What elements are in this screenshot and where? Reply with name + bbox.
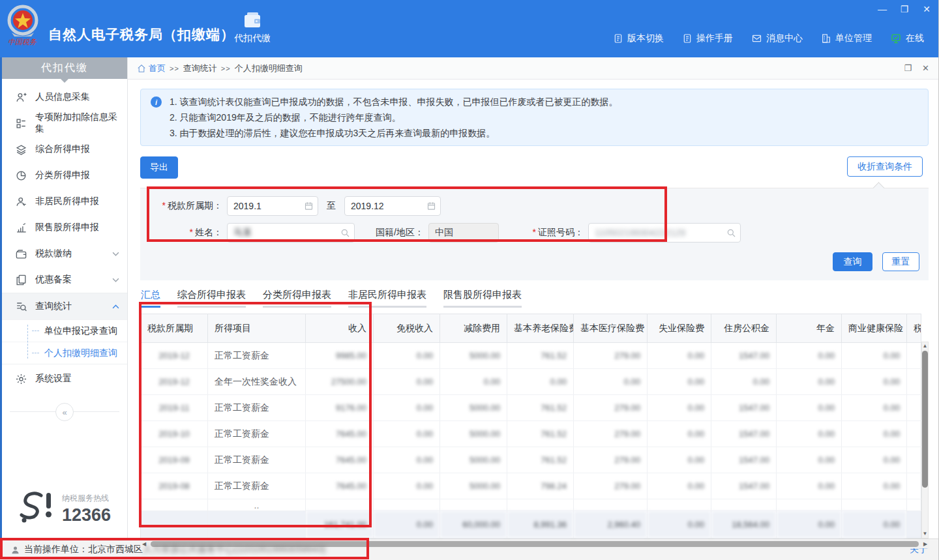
sidebar-item-restricted-shares[interactable]: 限售股所得申报 (2, 214, 127, 241)
column-header[interactable]: 基本养老保险费 (507, 314, 574, 343)
menu-online-status[interactable]: 在线 (890, 33, 924, 44)
panel-close-icon[interactable]: ✕ (922, 63, 929, 73)
sidebar-item-preferential-filing[interactable]: 优惠备案 (2, 267, 127, 293)
table-cell: 761.52 (507, 447, 574, 473)
chevron-down-icon (112, 278, 119, 282)
table-cell: 7645.00 (306, 447, 374, 473)
restore-icon[interactable]: ❐ (899, 4, 910, 14)
column-header[interactable]: 收入 (306, 314, 374, 343)
cert-number-input[interactable]: 110502199304222129 (588, 223, 741, 243)
breadcrumb-bar: 首页 >> 查询统计 >> 个人扣缴明细查询 ❐ ✕ (128, 57, 938, 80)
table-row[interactable]: 2019-09正常工资薪金7645.000.005000.00761.52279… (141, 447, 921, 473)
table-cell: 5000.00 (440, 421, 507, 447)
sidebar-collapse-button[interactable]: « (55, 403, 74, 421)
table-cell (777, 499, 842, 511)
panel-maximize-icon[interactable]: ❐ (904, 63, 912, 73)
calendar-icon[interactable] (304, 201, 314, 211)
panel-notch (872, 182, 884, 194)
result-table-zone: 税款所属期所得项目收入免税收入减除费用基本养老保险费基本医疗保险费失业保险费住房… (140, 314, 929, 538)
tab-withholding[interactable]: 代扣代缴 (230, 10, 275, 44)
sidebar-item-query-statistics[interactable]: 查询统计 (2, 293, 127, 319)
period-to-input[interactable]: 2019.12 (344, 196, 441, 216)
table-cell: 0.00 (842, 343, 907, 369)
table-cell: 7645.00 (306, 473, 374, 499)
column-header[interactable]: 税 (907, 314, 921, 343)
tab-restricted-shares-return[interactable]: 限售股所得申报表 (443, 289, 522, 308)
notice-line: 2. 只能查询2019年及之后的数据，不能进行跨年度查询。 (170, 110, 917, 125)
table-cell: 0.00 (842, 421, 907, 447)
column-header[interactable]: 基本医疗保险费 (574, 314, 648, 343)
reset-button[interactable]: 重置 (882, 252, 919, 271)
table-row[interactable]: 2019-12全年一次性奖金收入27500.000.000.000.000.00… (141, 369, 921, 395)
breadcrumb-separator: >> (221, 65, 231, 72)
cert-number-value: 110502199304222129 (595, 228, 685, 238)
notice-line: 3. 由于数据处理的滞后性，建议您在申报成功3天之后再来查询最新的申报数据。 (170, 125, 917, 141)
column-header[interactable]: 年金 (777, 314, 842, 343)
sidebar-item-nonresident-income[interactable]: 非居民所得申报 (2, 188, 127, 214)
breadcrumb-home[interactable]: 首页 (137, 63, 166, 74)
menu-unit-management[interactable]: 单位管理 (821, 33, 872, 44)
query-conditions-panel: *税款所属期： 2019.1 至 2019.12 *姓名： (140, 188, 929, 280)
column-header[interactable]: 税款所属期 (141, 314, 208, 343)
tab-nonresident-income-return[interactable]: 非居民所得申报表 (348, 289, 426, 308)
tab-comprehensive-income-return[interactable]: 综合所得申报表 (177, 289, 246, 308)
calendar-icon[interactable] (426, 201, 436, 211)
collapse-query-conditions-button[interactable]: 收折查询条件 (847, 156, 923, 177)
table-row[interactable]: 2019-12正常工资薪金9985.000.005000.00761.52279… (141, 343, 921, 369)
vertical-scroll-thumb[interactable] (922, 351, 928, 488)
close-icon[interactable]: ✕ (921, 4, 932, 14)
sidebar-item-comprehensive-income[interactable]: 综合所得申报 (2, 136, 127, 162)
name-input[interactable]: 马某 (227, 223, 355, 243)
tab-summary[interactable]: 汇总 (141, 289, 160, 308)
table-cell: 0.00 (648, 369, 711, 395)
menu-label: 单位管理 (835, 33, 872, 44)
search-icon[interactable] (340, 228, 350, 238)
person-icon (15, 196, 27, 208)
column-header[interactable]: 减除费用 (440, 314, 507, 343)
table-cell: -- (141, 511, 208, 538)
column-header[interactable]: 免税收入 (374, 314, 440, 343)
table-row[interactable]: 2019-08正常工资薪金7645.000.005000.00798.24279… (141, 473, 921, 499)
column-header[interactable]: 商业健康保险 (842, 314, 907, 343)
sidebar: 代扣代缴 人员信息采集 专项附加扣除信息采集 综合所得申报 分类所得申报 (2, 57, 128, 538)
export-button[interactable]: 导出 (140, 156, 178, 179)
table-cell: 279.00 (574, 395, 648, 421)
sidebar-item-classified-income[interactable]: 分类所得申报 (2, 162, 127, 188)
menu-message-center[interactable]: 消息中心 (751, 33, 803, 44)
column-header[interactable]: 失业保险费 (648, 314, 711, 343)
sidebar-subitem-personal-withholding-query[interactable]: 个人扣缴明细查询 (2, 342, 127, 364)
table-cell: 2019-12 (141, 343, 208, 369)
vertical-scrollbar[interactable]: ▲ ▼ (921, 342, 929, 538)
sidebar-item-system-settings[interactable]: 系统设置 (2, 364, 127, 393)
scroll-right-icon[interactable]: ▶ (921, 541, 929, 547)
table-row[interactable]: 2019-11正常工资薪金9176.000.005000.00761.52279… (141, 395, 921, 421)
table-row[interactable]: 2019-10正常工资薪金7645.000.005000.00761.52279… (141, 421, 921, 447)
chevron-up-icon (112, 304, 119, 309)
hotline-label: 纳税服务热线 (62, 493, 111, 504)
tree-dash (32, 331, 39, 331)
scroll-down-icon[interactable]: ▼ (923, 530, 928, 538)
table-cell (440, 499, 507, 511)
sidebar-item-label: 专项附加扣除信息采集 (35, 111, 119, 135)
menu-label: 版本切换 (627, 33, 664, 44)
sidebar-item-personnel-info[interactable]: 人员信息采集 (2, 84, 127, 110)
logo-script-text: 中国税务 (8, 38, 37, 46)
sidebar-item-special-deduction[interactable]: 专项附加扣除信息采集 (2, 110, 127, 136)
sidebar-subitem-unit-declaration-query[interactable]: 单位申报记录查询 (2, 319, 127, 342)
sidebar-collapse-row: « (2, 402, 127, 422)
form-list-icon (15, 117, 27, 130)
menu-manual[interactable]: 操作手册 (682, 33, 733, 44)
menu-version-switch[interactable]: 版本切换 (613, 33, 664, 44)
minimize-icon[interactable]: — (877, 4, 887, 14)
search-icon[interactable] (726, 228, 736, 238)
period-from-input[interactable]: 2019.1 (227, 196, 318, 216)
sidebar-item-tax-payment[interactable]: 税款缴纳 (2, 241, 127, 267)
query-statistics-submenu: 单位申报记录查询 个人扣缴明细查询 (2, 319, 127, 364)
column-header[interactable]: 住房公积金 (711, 314, 777, 343)
query-button[interactable]: 查询 (833, 252, 872, 271)
scroll-up-icon[interactable]: ▲ (923, 342, 928, 350)
column-header[interactable]: 所得项目 (208, 314, 306, 343)
table-cell: 60,000.00 (440, 511, 507, 538)
table-cell: 2019-12 (141, 369, 208, 395)
tab-classified-income-return[interactable]: 分类所得申报表 (263, 289, 331, 308)
